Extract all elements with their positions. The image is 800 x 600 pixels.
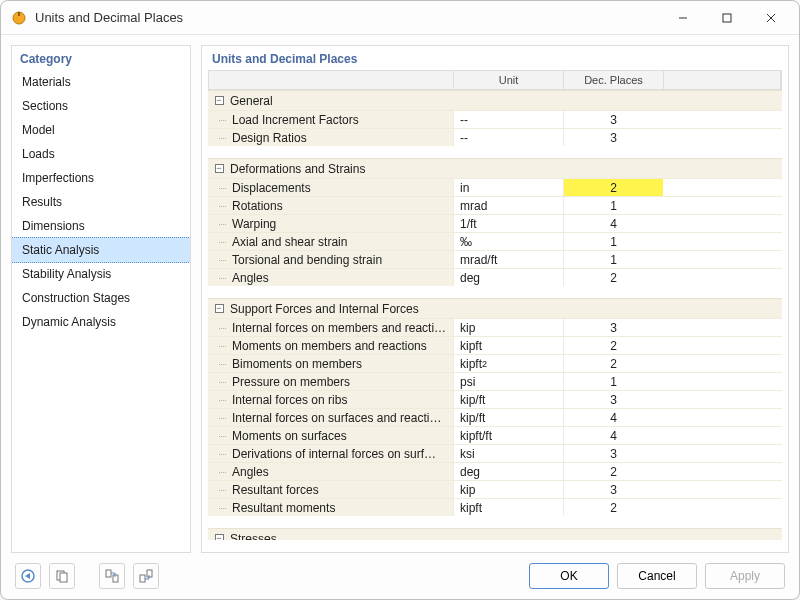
cancel-button[interactable]: Cancel <box>617 563 697 589</box>
table-row[interactable]: Design Ratios--3 <box>208 128 782 146</box>
category-item[interactable]: Dimensions <box>12 214 190 238</box>
minimize-button[interactable] <box>661 3 705 33</box>
unit-cell[interactable]: kip <box>453 319 563 336</box>
dec-places-cell[interactable]: 2 <box>563 463 663 480</box>
default-icon-button[interactable] <box>15 563 41 589</box>
table-row[interactable]: Pressure on memberspsi1 <box>208 372 782 390</box>
table-row[interactable]: Internal forces on members and reacti…ki… <box>208 318 782 336</box>
group-row[interactable]: −Deformations and Strains <box>208 158 782 178</box>
collapse-icon[interactable]: − <box>208 534 230 540</box>
table-row[interactable]: Derivations of internal forces on surf…k… <box>208 444 782 462</box>
unit-cell[interactable]: -- <box>453 129 563 146</box>
table-row[interactable]: Internal forces on surfaces and reacti…k… <box>208 408 782 426</box>
unit-cell[interactable]: -- <box>453 111 563 128</box>
unit-cell[interactable]: 1/ft <box>453 215 563 232</box>
dec-places-cell[interactable]: 4 <box>563 215 663 232</box>
group-row[interactable]: −Stresses <box>208 528 782 540</box>
dec-places-cell[interactable]: 1 <box>563 251 663 268</box>
table-row[interactable]: Anglesdeg2 <box>208 462 782 480</box>
category-item[interactable]: Results <box>12 190 190 214</box>
unit-cell[interactable]: in <box>453 179 563 196</box>
group-label: Support Forces and Internal Forces <box>230 302 419 316</box>
unit-cell[interactable]: deg <box>453 269 563 286</box>
titlebar: Units and Decimal Places <box>1 1 799 35</box>
table-row[interactable]: Anglesdeg2 <box>208 268 782 286</box>
column-header-unit[interactable]: Unit <box>454 71 564 89</box>
category-item[interactable]: Construction Stages <box>12 286 190 310</box>
table-row[interactable]: Warping1/ft4 <box>208 214 782 232</box>
dec-places-cell[interactable]: 3 <box>563 129 663 146</box>
collapse-icon[interactable]: − <box>208 164 230 173</box>
unit-cell[interactable]: mrad/ft <box>453 251 563 268</box>
dec-places-cell[interactable]: 3 <box>563 391 663 408</box>
dec-places-cell[interactable]: 2 <box>563 355 663 372</box>
dec-places-cell[interactable]: 1 <box>563 373 663 390</box>
import-icon-button[interactable] <box>99 563 125 589</box>
table-row[interactable]: Moments on members and reactionskipft2 <box>208 336 782 354</box>
group-row[interactable]: −Support Forces and Internal Forces <box>208 298 782 318</box>
dec-places-cell[interactable]: 4 <box>563 409 663 426</box>
unit-cell[interactable]: kip/ft <box>453 409 563 426</box>
dec-places-cell[interactable]: 2 <box>563 499 663 516</box>
category-item[interactable]: Sections <box>12 94 190 118</box>
row-label: Warping <box>230 217 453 231</box>
category-list[interactable]: MaterialsSectionsModelLoadsImperfections… <box>12 70 190 552</box>
dec-places-cell[interactable]: 3 <box>563 319 663 336</box>
column-header-label[interactable] <box>209 71 454 89</box>
dec-places-cell[interactable]: 4 <box>563 427 663 444</box>
table: Unit Dec. Places −GeneralLoad Increment … <box>208 70 782 546</box>
dec-places-cell[interactable]: 3 <box>563 481 663 498</box>
dec-places-cell[interactable]: 2 <box>563 269 663 286</box>
table-row[interactable]: Torsional and bending strainmrad/ft1 <box>208 250 782 268</box>
category-item[interactable]: Materials <box>12 70 190 94</box>
group-row[interactable]: −General <box>208 90 782 110</box>
row-label: Design Ratios <box>230 131 453 145</box>
close-button[interactable] <box>749 3 793 33</box>
table-row[interactable]: Moments on surfaceskipft/ft4 <box>208 426 782 444</box>
table-rows[interactable]: −GeneralLoad Increment Factors--3Design … <box>208 90 782 540</box>
table-row[interactable]: Resultant forceskip3 <box>208 480 782 498</box>
table-row[interactable]: Bimoments on memberskipft22 <box>208 354 782 372</box>
maximize-button[interactable] <box>705 3 749 33</box>
unit-cell[interactable]: kipft/ft <box>453 427 563 444</box>
dec-places-cell[interactable]: 1 <box>563 197 663 214</box>
unit-cell[interactable]: kipft <box>453 499 563 516</box>
row-label: Internal forces on members and reacti… <box>230 321 453 335</box>
window-title: Units and Decimal Places <box>35 10 661 25</box>
table-row[interactable]: Rotationsmrad1 <box>208 196 782 214</box>
table-row[interactable]: Internal forces on ribskip/ft3 <box>208 390 782 408</box>
unit-cell[interactable]: kipft <box>453 337 563 354</box>
unit-cell[interactable]: psi <box>453 373 563 390</box>
unit-cell[interactable]: ‰ <box>453 233 563 250</box>
unit-cell[interactable]: kip <box>453 481 563 498</box>
ok-button[interactable]: OK <box>529 563 609 589</box>
unit-cell[interactable]: ksi <box>453 445 563 462</box>
unit-cell[interactable]: kipft2 <box>453 355 563 372</box>
main-header: Units and Decimal Places <box>202 46 788 70</box>
category-item[interactable]: Loads <box>12 142 190 166</box>
table-row[interactable]: Displacementsin2 <box>208 178 782 196</box>
table-row[interactable]: Resultant momentskipft2 <box>208 498 782 516</box>
table-row[interactable]: Load Increment Factors--3 <box>208 110 782 128</box>
unit-cell[interactable]: deg <box>453 463 563 480</box>
category-item[interactable]: Stability Analysis <box>12 262 190 286</box>
unit-cell[interactable]: mrad <box>453 197 563 214</box>
collapse-icon[interactable]: − <box>208 96 230 105</box>
category-item[interactable]: Imperfections <box>12 166 190 190</box>
dec-places-cell[interactable]: 2 <box>563 179 663 196</box>
category-item[interactable]: Static Analysis <box>12 237 190 263</box>
row-label: Angles <box>230 271 453 285</box>
unit-cell[interactable]: kip/ft <box>453 391 563 408</box>
dec-places-cell[interactable]: 1 <box>563 233 663 250</box>
table-row[interactable]: Axial and shear strain‰1 <box>208 232 782 250</box>
dec-places-cell[interactable]: 3 <box>563 445 663 462</box>
dec-places-cell[interactable]: 2 <box>563 337 663 354</box>
copy-icon-button[interactable] <box>49 563 75 589</box>
export-icon-button[interactable] <box>133 563 159 589</box>
collapse-icon[interactable]: − <box>208 304 230 313</box>
column-header-dec[interactable]: Dec. Places <box>564 71 664 89</box>
apply-button[interactable]: Apply <box>705 563 785 589</box>
category-item[interactable]: Dynamic Analysis <box>12 310 190 334</box>
dec-places-cell[interactable]: 3 <box>563 111 663 128</box>
category-item[interactable]: Model <box>12 118 190 142</box>
